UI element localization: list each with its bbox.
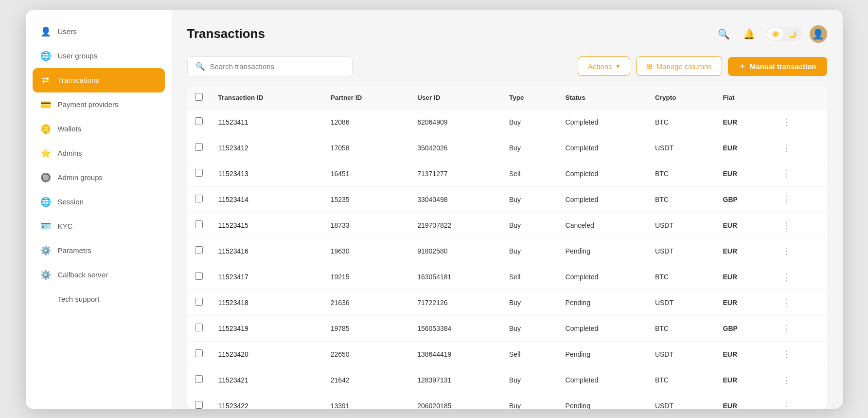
search-icon[interactable]: 🔍: [715, 25, 733, 43]
row-more-button[interactable]: ⋮: [779, 245, 794, 257]
sidebar-item-label: Session: [58, 198, 84, 206]
cell-transaction-id[interactable]: 11523411: [211, 109, 323, 135]
sidebar-item-user-groups[interactable]: 🌐 User groups: [26, 44, 172, 68]
sidebar-item-label: Admins: [58, 149, 82, 157]
session-icon: 🌐: [40, 197, 51, 207]
row-checkbox[interactable]: [195, 143, 203, 151]
cell-user-id: 206020185: [409, 393, 501, 409]
cell-partner-id: 19630: [323, 238, 410, 264]
cell-transaction-id[interactable]: 11523417: [211, 264, 323, 290]
table-row: 11523415 18733 219707822 Buy Canceled US…: [187, 212, 827, 238]
cell-crypto: BTC: [647, 264, 715, 290]
row-more-button[interactable]: ⋮: [779, 322, 794, 335]
sidebar-item-session[interactable]: 🌐 Session: [26, 190, 172, 214]
chevron-down-icon: ▾: [616, 62, 620, 71]
toolbar: 🔍 Actions ▾ ⊞ Manage columns ＋ Manual tr…: [187, 56, 827, 76]
cell-transaction-id[interactable]: 11523412: [211, 135, 323, 161]
col-header-crypto: Crypto: [647, 86, 715, 109]
row-checkbox[interactable]: [195, 220, 203, 228]
row-checkbox[interactable]: [195, 169, 203, 177]
row-checkbox[interactable]: [195, 272, 203, 280]
cell-type: Buy: [501, 367, 558, 393]
admins-icon: ⭐: [40, 148, 51, 159]
col-header-partner-id: Partner ID: [323, 86, 410, 109]
cell-fiat: GBP: [715, 186, 771, 212]
sidebar-item-transactions[interactable]: ⇄ Transcations: [33, 68, 165, 92]
sidebar-item-parametrs[interactable]: ⚙️ Parametrs: [26, 238, 172, 263]
manage-columns-label: Manage columns: [656, 62, 712, 71]
col-header-user-id: User ID: [409, 86, 501, 109]
sidebar-item-callback-server[interactable]: ⚙️ Callback server: [26, 263, 172, 287]
cell-user-id: 163054181: [409, 264, 501, 290]
dark-mode-button[interactable]: 🌙: [784, 28, 800, 40]
col-header-transaction-id: Transaction ID: [211, 86, 323, 109]
row-checkbox[interactable]: [195, 349, 203, 357]
row-more-button[interactable]: ⋮: [779, 348, 794, 361]
manage-columns-button[interactable]: ⊞ Manage columns: [636, 56, 722, 76]
table-row: 11523412 17058 35042026 Buy Completed US…: [187, 135, 827, 161]
row-more-button[interactable]: ⋮: [779, 374, 794, 386]
sidebar: 👤 Users 🌐 User groups ⇄ Transcations 💳 P…: [26, 10, 172, 409]
cell-transaction-id[interactable]: 11523414: [211, 186, 323, 212]
light-mode-button[interactable]: ☀️: [767, 28, 783, 40]
search-box[interactable]: 🔍: [187, 56, 353, 76]
row-checkbox[interactable]: [195, 298, 203, 306]
cell-partner-id: 12086: [323, 109, 410, 135]
row-more-button[interactable]: ⋮: [779, 296, 794, 309]
bell-icon[interactable]: 🔔: [741, 25, 758, 43]
table-row: 11523414 15235 33040498 Buy Completed BT…: [187, 186, 827, 212]
cell-transaction-id[interactable]: 11523416: [211, 238, 323, 264]
cell-crypto: BTC: [647, 367, 715, 393]
sidebar-item-payment-providers[interactable]: 💳 Payment providers: [26, 92, 172, 117]
sidebar-item-wallets[interactable]: 🪙 Wallets: [26, 117, 172, 141]
row-more-button[interactable]: ⋮: [779, 219, 794, 232]
table-row: 11523416 19630 91802580 Buy Pending USDT…: [187, 238, 827, 264]
row-more-button[interactable]: ⋮: [779, 193, 794, 206]
sidebar-item-label: KYC: [58, 222, 73, 230]
col-header-status: Status: [558, 86, 647, 109]
cell-transaction-id[interactable]: 11523413: [211, 161, 323, 186]
sidebar-item-tech-support[interactable]: Tech support: [26, 287, 172, 311]
cell-status: Completed: [558, 135, 647, 161]
cell-status: Canceled: [558, 212, 647, 238]
cell-transaction-id[interactable]: 11523415: [211, 212, 323, 238]
search-input[interactable]: [210, 62, 344, 71]
cell-user-id: 71371277: [409, 161, 501, 186]
row-checkbox[interactable]: [195, 375, 203, 383]
sidebar-item-kyc[interactable]: 🪪 KYC: [26, 214, 172, 238]
cell-transaction-id[interactable]: 11523418: [211, 290, 323, 315]
cell-fiat: GBP: [715, 315, 771, 341]
cell-transaction-id[interactable]: 11523420: [211, 341, 323, 367]
sidebar-item-admins[interactable]: ⭐ Admins: [26, 141, 172, 165]
cell-crypto: USDT: [647, 341, 715, 367]
row-checkbox[interactable]: [195, 324, 203, 331]
row-checkbox[interactable]: [195, 117, 203, 125]
row-more-button[interactable]: ⋮: [779, 167, 794, 180]
header: Transactions 🔍 🔔 ☀️ 🌙 👤: [187, 25, 827, 43]
manual-transaction-button[interactable]: ＋ Manual transaction: [728, 57, 827, 76]
row-more-button[interactable]: ⋮: [779, 271, 794, 283]
cell-transaction-id[interactable]: 11523419: [211, 315, 323, 341]
sidebar-item-users[interactable]: 👤 Users: [26, 19, 172, 44]
cell-fiat: EUR: [715, 212, 771, 238]
cell-type: Sell: [501, 341, 558, 367]
cell-status: Pending: [558, 393, 647, 409]
cell-type: Buy: [501, 393, 558, 409]
actions-button[interactable]: Actions ▾: [578, 56, 630, 76]
cell-crypto: BTC: [647, 109, 715, 135]
avatar[interactable]: 👤: [810, 25, 827, 43]
cell-transaction-id[interactable]: 11523421: [211, 367, 323, 393]
row-more-button[interactable]: ⋮: [779, 400, 794, 409]
cell-crypto: BTC: [647, 315, 715, 341]
row-checkbox[interactable]: [195, 401, 203, 409]
table-header: Transaction IDPartner IDUser IDTypeStatu…: [187, 86, 827, 109]
cell-partner-id: 17058: [323, 135, 410, 161]
row-checkbox[interactable]: [195, 195, 203, 202]
select-all-checkbox[interactable]: [195, 93, 203, 101]
cell-transaction-id[interactable]: 11523422: [211, 393, 323, 409]
row-checkbox[interactable]: [195, 246, 203, 254]
sidebar-item-admin-groups[interactable]: 🔘 Admin groups: [26, 165, 172, 190]
row-more-button[interactable]: ⋮: [779, 116, 794, 128]
cell-user-id: 35042026: [409, 135, 501, 161]
row-more-button[interactable]: ⋮: [779, 142, 794, 154]
